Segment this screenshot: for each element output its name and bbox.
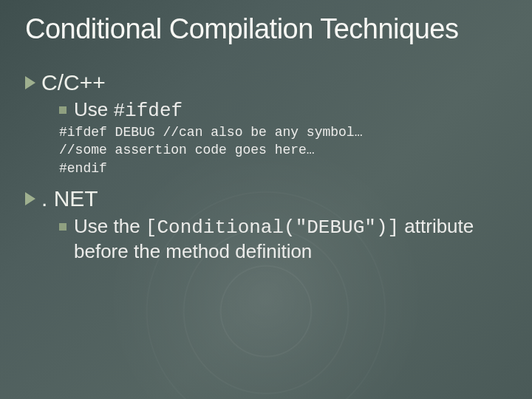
subpoint-suffix-line2: before the method definition — [74, 240, 312, 262]
code-block: #ifdef DEBUG //can also be any symbol… /… — [59, 123, 507, 177]
subpoint-code: #ifdef — [113, 100, 183, 122]
bullet-level1: . NET — [25, 186, 507, 211]
code-line: //some assertion code goes here… — [59, 143, 315, 157]
code-line: #endif — [59, 161, 107, 176]
bullet-level2: Use the [Conditional("DEBUG")] attribute… — [59, 214, 507, 264]
subpoint: Use the [Conditional("DEBUG")] attribute… — [74, 214, 474, 264]
section-cpp: C/C++ Use #ifdef #ifdef DEBUG //can also… — [25, 70, 507, 177]
subpoint: Use #ifdef — [74, 98, 183, 122]
slide-title: Conditional Compilation Techniques — [25, 13, 507, 45]
subpoint-prefix: Use — [74, 98, 113, 120]
section-heading: C/C++ — [41, 70, 106, 95]
bullet-level1: C/C++ — [25, 70, 507, 95]
subpoint-code: [Conditional("DEBUG")] — [146, 216, 399, 239]
bullet-level2: Use #ifdef — [59, 98, 507, 122]
square-icon — [59, 106, 66, 114]
subpoint-suffix: attribute — [399, 215, 474, 237]
slide: Conditional Compilation Techniques C/C++… — [0, 0, 532, 399]
code-line: #ifdef DEBUG //can also be any symbol… — [59, 125, 362, 140]
triangle-icon — [25, 192, 35, 205]
section-dotnet: . NET Use the [Conditional("DEBUG")] att… — [25, 186, 507, 264]
square-icon — [59, 223, 66, 231]
triangle-icon — [25, 76, 35, 89]
subpoint-prefix: Use the — [74, 215, 146, 237]
section-heading: . NET — [41, 186, 98, 211]
